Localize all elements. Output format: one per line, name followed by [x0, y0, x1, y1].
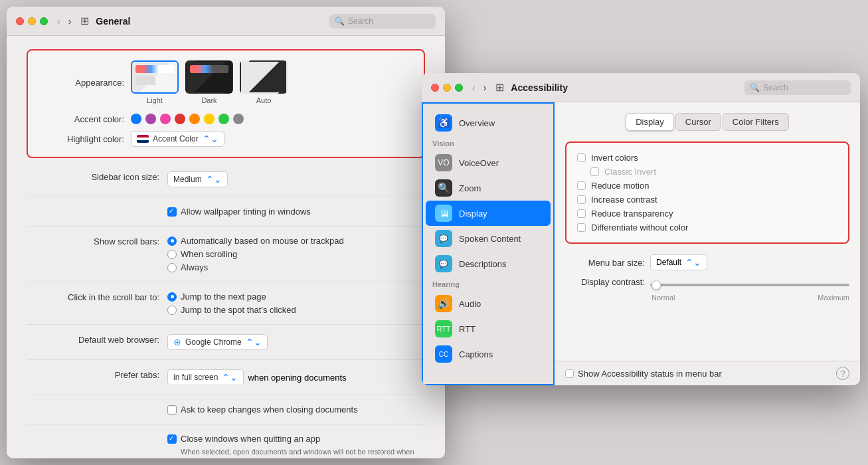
close-check[interactable] [167, 434, 177, 444]
scroll-when[interactable]: When scrolling [167, 249, 344, 259]
tab-display[interactable]: Display [626, 113, 674, 131]
forward-arrow[interactable]: › [66, 15, 74, 28]
sidebar-item-voiceover[interactable]: VO VoiceOver [426, 150, 551, 175]
scrollbars-label: Show scroll bars: [27, 236, 159, 246]
back-arrow[interactable]: ‹ [54, 15, 63, 28]
acc-back-arrow[interactable]: ‹ [470, 81, 478, 94]
menu-bar-size-dropdown[interactable]: Default ⌃⌄ [650, 254, 707, 270]
show-status-label: Show Accessibility status in menu bar [578, 369, 722, 379]
accent-green[interactable] [218, 114, 229, 124]
close-button[interactable] [16, 17, 24, 25]
sidebar-size-label: Sidebar icon size: [27, 171, 159, 182]
acc-maximize-button[interactable] [455, 84, 463, 92]
classic-invert-row: Classic Invert [577, 165, 837, 179]
menu-bar-chevron: ⌃⌄ [685, 257, 701, 268]
contrast-slider[interactable] [650, 284, 849, 286]
nav-arrows: ‹ › [54, 15, 74, 28]
scroll-when-radio[interactable] [167, 250, 177, 259]
click-scroll-row: Click in the scroll bar to: Jump to the … [27, 292, 425, 325]
increase-contrast-check[interactable] [577, 195, 586, 204]
click-next-label: Jump to the next page [181, 292, 266, 302]
reduce-motion-check[interactable] [577, 181, 586, 190]
sidebar-item-display[interactable]: 🖥 Display [426, 201, 551, 226]
accent-yellow[interactable] [204, 114, 215, 124]
classic-invert-label: Classic Invert [604, 167, 656, 177]
close-content: Close windows when quitting an app When … [167, 434, 425, 458]
accent-blue[interactable] [131, 114, 141, 124]
acc-help-button[interactable]: ? [836, 367, 849, 380]
acc-close-button[interactable] [431, 84, 439, 92]
reduce-motion-row: Reduce motion [577, 179, 837, 193]
appearance-light[interactable]: Light [131, 60, 179, 104]
general-search[interactable]: 🔍 Search [329, 14, 436, 29]
tab-cursor[interactable]: Cursor [675, 113, 721, 131]
appearance-auto[interactable]: Auto [240, 60, 288, 104]
browser-dropdown[interactable]: ⊕ Google Chrome ⌃⌄ [167, 334, 268, 350]
sidebar-item-zoom[interactable]: 🔍 Zoom [426, 175, 551, 201]
sidebar-item-captions[interactable]: CC Captions [426, 341, 551, 367]
click-spot[interactable]: Jump to the spot that's clicked [167, 305, 296, 315]
accent-pink[interactable] [160, 114, 171, 124]
wallpaper-check[interactable] [167, 207, 177, 217]
show-status-checkbox[interactable]: Show Accessibility status in menu bar [565, 369, 722, 379]
tab-bar: Display Cursor Color Filters [565, 113, 849, 131]
highlight-value: Accent Color [153, 134, 199, 143]
accessibility-content: ♿ Overview Vision VO VoiceOver 🔍 Zoom 🖥 … [422, 102, 860, 385]
show-status-check[interactable] [565, 369, 574, 378]
click-next-radio[interactable] [167, 292, 177, 302]
reduce-transparency-check[interactable] [577, 209, 586, 218]
scroll-auto-radio[interactable] [167, 236, 177, 246]
accessibility-titlebar: ‹ › ⊞ Accessibility 🔍 Search [422, 73, 860, 102]
sidebar-item-spoken[interactable]: 💬 Spoken Content [426, 226, 551, 251]
scroll-always[interactable]: Always [167, 262, 344, 272]
acc-search[interactable]: 🔍 Search [744, 80, 851, 95]
close-checkbox[interactable]: Close windows when quitting an app [167, 434, 425, 444]
classic-invert-check[interactable] [590, 167, 599, 176]
dropdown-chevron: ⌃⌄ [203, 134, 218, 144]
invert-colors-label: Invert colors [591, 153, 638, 163]
auto-thumb[interactable] [240, 60, 288, 94]
differentiate-check[interactable] [577, 223, 586, 232]
sidebar-item-descriptions[interactable]: 💬 Descriptions [426, 251, 551, 276]
spoken-label: Spoken Content [459, 234, 521, 244]
maximize-button[interactable] [40, 17, 48, 25]
sidebar-item-audio[interactable]: 🔊 Audio [426, 291, 551, 316]
sidebar-size-dropdown[interactable]: Medium ⌃⌄ [167, 171, 228, 187]
ask-changes-check[interactable] [167, 405, 177, 415]
captions-icon: CC [435, 345, 452, 363]
ask-changes-checkbox[interactable]: Ask to keep changes when closing documen… [167, 405, 358, 415]
dark-thumb[interactable] [185, 60, 233, 94]
ask-spacer [27, 405, 159, 405]
acc-minimize-button[interactable] [443, 84, 451, 92]
sidebar-item-rtt[interactable]: RTT RTT [426, 316, 551, 341]
tabs-content: in full screen ⌃⌄ when opening documents [167, 369, 347, 385]
invert-colors-check[interactable] [577, 153, 586, 162]
display-contrast-section: Display contrast: Normal Maximum [565, 277, 849, 302]
click-next[interactable]: Jump to the next page [167, 292, 296, 302]
display-options-box: Invert colors Classic Invert Reduce moti… [565, 141, 849, 244]
accent-gray[interactable] [233, 114, 244, 124]
search-icon: 🔍 [335, 17, 345, 26]
descriptions-label: Descriptions [459, 259, 507, 269]
highlight-dropdown[interactable]: Accent Color ⌃⌄ [131, 131, 224, 147]
contrast-max: Maximum [818, 294, 849, 302]
sidebar-item-overview[interactable]: ♿ Overview [426, 110, 551, 136]
general-title: General [96, 16, 329, 27]
scroll-always-radio[interactable] [167, 263, 177, 272]
accent-orange[interactable] [189, 114, 200, 124]
light-thumb[interactable] [131, 60, 179, 94]
minimize-button[interactable] [28, 17, 36, 25]
tab-color-filters[interactable]: Color Filters [723, 113, 789, 131]
accent-purple[interactable] [145, 114, 156, 124]
click-spot-radio[interactable] [167, 306, 177, 315]
acc-forward-arrow[interactable]: › [481, 81, 489, 94]
tabs-dropdown[interactable]: in full screen ⌃⌄ [167, 369, 244, 385]
contrast-thumb[interactable] [651, 280, 661, 290]
reduce-transparency-label: Reduce transparency [591, 209, 673, 219]
menu-bar-size-value: Default [656, 258, 681, 267]
accent-red[interactable] [175, 114, 185, 124]
scroll-auto[interactable]: Automatically based on mouse or trackpad [167, 236, 344, 246]
wallpaper-checkbox[interactable]: Allow wallpaper tinting in windows [167, 207, 311, 217]
appearance-dark[interactable]: Dark [185, 60, 233, 104]
acc-title: Accessibility [511, 82, 744, 93]
